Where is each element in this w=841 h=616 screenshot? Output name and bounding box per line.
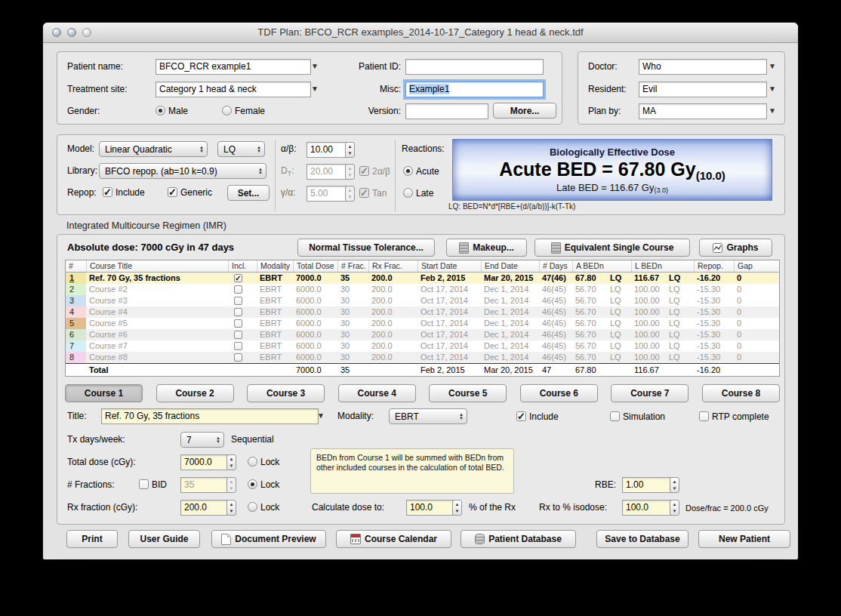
rtp-complete-checkbox[interactable] xyxy=(699,411,709,421)
equivalent-single-course-button[interactable]: Equivalent Single Course xyxy=(534,239,690,257)
row-incl-checkbox[interactable] xyxy=(234,353,242,362)
row-incl-checkbox[interactable] xyxy=(234,319,242,328)
document-preview-button[interactable]: Document Preview xyxy=(211,530,326,548)
row-repop: -15.30 xyxy=(694,306,734,318)
calcdose-stepper[interactable]: ▲▼ xyxy=(452,500,462,516)
totaldose-lock-radio[interactable] xyxy=(248,457,257,467)
save-to-database-button[interactable]: Save to Database xyxy=(596,530,689,548)
more-button[interactable]: More... xyxy=(493,103,556,119)
course-title-field[interactable]: Ref. 70 Gy, 35 fractions xyxy=(101,408,319,424)
row-incl-checkbox[interactable] xyxy=(234,308,242,316)
row-incl-checkbox[interactable] xyxy=(234,331,242,339)
col-header-title[interactable]: Course Title xyxy=(86,260,228,272)
alpha-beta-stepper[interactable]: ▲▼ xyxy=(345,142,355,158)
doctor-dropdown-icon[interactable]: ▼ xyxy=(769,59,776,74)
simulation-checkbox[interactable] xyxy=(610,411,620,421)
patient-name-field[interactable]: BFCO_RCR example1 xyxy=(156,59,311,75)
table-row[interactable]: 6 Course #6 EBRT 6000.0 30 200.0 Oct 17,… xyxy=(66,329,779,340)
totaldose-stepper[interactable]: ▲▼ xyxy=(226,454,236,470)
row-incl-checkbox[interactable] xyxy=(234,342,242,350)
treatment-site-field[interactable]: Category 1 head & neck xyxy=(156,82,311,97)
course-1-button[interactable]: Course 1 xyxy=(65,384,143,402)
course-5-button[interactable]: Course 5 xyxy=(429,384,507,402)
popup-arrows-icon: ▲▼ xyxy=(255,168,263,175)
table-row[interactable]: 5 Course #5 EBRT 6000.0 30 200.0 Oct 17,… xyxy=(66,318,779,329)
col-header-gap[interactable]: Gap xyxy=(734,260,779,272)
table-row[interactable]: 7 Course #7 EBRT 6000.0 30 200.0 Oct 17,… xyxy=(66,340,779,352)
course-6-button[interactable]: Course 6 xyxy=(520,384,598,402)
rxfraction-field[interactable]: 200.0 xyxy=(180,500,228,516)
reactions-late-radio[interactable] xyxy=(403,188,413,198)
gender-female-radio[interactable] xyxy=(222,106,232,116)
col-header-repop[interactable]: Repop. xyxy=(694,260,734,272)
table-row[interactable]: 3 Course #3 EBRT 6000.0 30 200.0 Oct 17,… xyxy=(66,295,779,306)
course-include-checkbox[interactable]: ✓ xyxy=(516,411,526,421)
col-header-start-date[interactable]: Start Date xyxy=(417,260,481,272)
col-header-num-frac[interactable]: # Frac. xyxy=(337,260,368,272)
col-header-end-date[interactable]: End Date xyxy=(481,260,539,272)
normal-tissue-tolerance-button[interactable]: Normal Tissue Tolerance... xyxy=(297,239,435,257)
col-header-total-dose[interactable]: Total Dose xyxy=(293,260,337,272)
patient-database-button[interactable]: Patient Database xyxy=(461,530,576,548)
patient-name-dropdown-icon[interactable]: ▼ xyxy=(311,59,319,74)
rbe-field[interactable]: 1.00 xyxy=(622,477,671,493)
rxfraction-lock-label: Lock xyxy=(260,502,279,513)
row-incl-checkbox[interactable] xyxy=(234,285,242,294)
course-3-button[interactable]: Course 3 xyxy=(247,384,325,402)
print-button[interactable]: Print xyxy=(66,530,118,548)
course-title-dropdown-icon[interactable]: ▼ xyxy=(317,408,325,424)
row-incl-checkbox[interactable]: ✓ xyxy=(234,274,242,282)
planby-dropdown-icon[interactable]: ▼ xyxy=(769,103,776,119)
treatment-site-dropdown-icon[interactable]: ▼ xyxy=(311,82,319,97)
table-row[interactable]: 1 Ref. 70 Gy, 35 fractions ✓ EBRT 7000.0… xyxy=(66,273,779,284)
resident-field[interactable]: Evil xyxy=(639,82,767,97)
txdays-popup[interactable]: 7 ▲▼ xyxy=(180,432,224,448)
col-header-rx-frac[interactable]: Rx Frac. xyxy=(368,260,417,272)
table-row[interactable]: 8 Course #8 EBRT 6000.0 30 200.0 Oct 17,… xyxy=(66,352,779,363)
version-field[interactable] xyxy=(405,103,488,119)
modality-popup[interactable]: EBRT ▲▼ xyxy=(389,408,467,424)
course-2-button[interactable]: Course 2 xyxy=(156,384,234,402)
isodose-field[interactable]: 100.0 xyxy=(622,500,671,516)
repop-include-checkbox[interactable]: ✓ xyxy=(103,187,112,197)
course-calendar-button[interactable]: Course Calendar xyxy=(336,530,451,548)
alpha-beta-field[interactable]: 10.00 xyxy=(307,142,347,158)
model-short-popup[interactable]: LQ ▲▼ xyxy=(217,141,265,157)
course-7-button[interactable]: Course 7 xyxy=(611,384,689,402)
table-row[interactable]: 2 Course #2 EBRT 6000.0 30 200.0 Oct 17,… xyxy=(66,284,779,295)
planby-field[interactable]: MA xyxy=(639,103,767,119)
bid-checkbox[interactable] xyxy=(139,479,149,489)
user-guide-button[interactable]: User Guide xyxy=(128,530,200,548)
resident-dropdown-icon[interactable]: ▼ xyxy=(769,82,776,97)
title-bar[interactable]: TDF Plan: BFCO_RCR examples_2014-10-17_C… xyxy=(43,23,798,43)
gender-male-radio[interactable] xyxy=(156,106,165,116)
reactions-acute-radio[interactable] xyxy=(403,166,413,176)
course-8-button[interactable]: Course 8 xyxy=(702,384,780,402)
doctor-field[interactable]: Who xyxy=(639,59,767,75)
library-popup[interactable]: BFCO repop. (ab=10 k=0.9) ▲▼ xyxy=(99,163,266,179)
isodose-stepper[interactable]: ▲▼ xyxy=(670,500,679,516)
col-header-a-bedn[interactable]: A BEDn xyxy=(572,260,631,272)
graphs-button[interactable]: Graphs xyxy=(699,239,772,257)
patient-id-field[interactable] xyxy=(405,59,544,75)
rxfraction-stepper[interactable]: ▲▼ xyxy=(226,500,236,516)
col-header-num[interactable]: # xyxy=(66,260,86,272)
col-header-l-bedn[interactable]: L BEDn xyxy=(631,260,694,272)
col-header-modality[interactable]: Modality xyxy=(257,260,293,272)
fractions-lock-radio[interactable] xyxy=(248,479,257,489)
totaldose-field[interactable]: 7000.0 xyxy=(180,454,228,470)
col-header-incl[interactable]: Incl. xyxy=(228,260,257,272)
table-row[interactable]: 4 Course #4 EBRT 6000.0 30 200.0 Oct 17,… xyxy=(66,306,779,318)
misc-field[interactable]: Example1 xyxy=(405,82,544,97)
course-4-button[interactable]: Course 4 xyxy=(338,384,416,402)
calcdose-field[interactable]: 100.0 xyxy=(406,500,454,516)
rbe-stepper[interactable]: ▲▼ xyxy=(670,477,679,493)
rxfraction-lock-radio[interactable] xyxy=(248,502,257,512)
row-incl-checkbox[interactable] xyxy=(234,297,242,305)
new-patient-button[interactable]: New Patient xyxy=(698,530,790,548)
makeup-button[interactable]: Makeup... xyxy=(446,239,527,257)
repop-generic-checkbox[interactable]: ✓ xyxy=(168,187,177,197)
set-button[interactable]: Set... xyxy=(227,185,270,201)
col-header-num-days[interactable]: # Days xyxy=(539,260,572,272)
model-popup[interactable]: Linear Quadratic ▲▼ xyxy=(99,141,208,157)
